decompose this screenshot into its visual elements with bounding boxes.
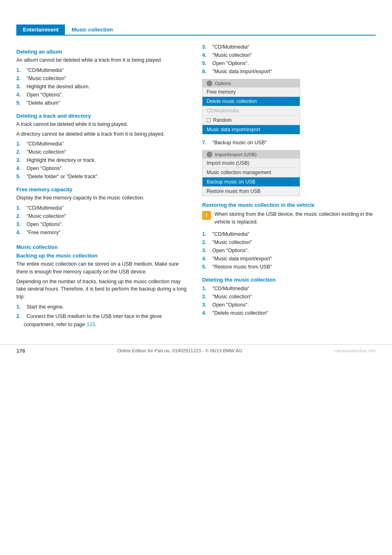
list-item: 2. "Music collection" xyxy=(202,238,376,246)
menu-restore-usb: Restore music from USB xyxy=(203,187,300,196)
import-export-header: Import/export (USB) xyxy=(203,150,300,159)
import-export-menu-screenshot: Import/export (USB) Import music (USB) M… xyxy=(202,150,300,196)
header-bar: Entertainment Music collection xyxy=(16,25,376,36)
deleting-track-intro2: A directory cannot be deleted while a tr… xyxy=(16,130,190,138)
deleting-album-title: Deleting an album xyxy=(16,49,190,55)
menu-collection-mgmt: Music collection management xyxy=(203,168,300,177)
list-item: 1. "CD/Multimedia" xyxy=(16,140,190,148)
list-item: 3. Open "Options". xyxy=(202,301,376,309)
copyright-text: Online Edition for Part no. 01402911223 … xyxy=(117,348,242,353)
list-item: 5. "Delete folder" or "Delete track". xyxy=(16,172,190,181)
list-item: 1. "CD/Multimedia" xyxy=(16,66,190,74)
list-item: 3. "CD/Multimedia" xyxy=(202,43,376,51)
left-column: Deleting an album An album cannot be del… xyxy=(16,36,190,332)
list-item: 2. "Music collection" xyxy=(16,212,190,220)
deleting-track-title: Deleting a track and directory xyxy=(16,113,190,119)
right-column: 3. "CD/Multimedia" 4. "Music collection"… xyxy=(202,36,376,332)
menu-backup-usb: Backup music on USB xyxy=(203,177,300,187)
free-memory-list: 1. "CD/Multimedia" 2. "Music collection"… xyxy=(16,204,190,237)
list-item: 2. Connect the USB medium to the USB int… xyxy=(16,312,190,329)
step7-list: 7. "Backup music on USB" xyxy=(202,139,376,147)
list-item: 4. Open "Options". xyxy=(16,164,190,172)
list-item: 5. "Restore music from USB" xyxy=(202,263,376,271)
backing-up-intro2: Depending on the number of tracks, backi… xyxy=(16,278,190,301)
list-item: 1. "CD/Multimedia" xyxy=(16,204,190,212)
page-link[interactable]: 115 xyxy=(87,322,95,327)
right-top-list: 3. "CD/Multimedia" 4. "Music collection"… xyxy=(202,43,376,76)
free-memory-title: Free memory capacity xyxy=(16,186,190,192)
backing-up-list: 1. Start the engine. 2. Connect the USB … xyxy=(16,303,190,329)
page-number: 176 xyxy=(16,348,25,354)
list-item: 1. "CD/Multimedia" xyxy=(202,284,376,293)
list-item: 5. "Delete album" xyxy=(16,99,190,107)
import-export-label: Import/export (USB) xyxy=(215,152,256,157)
list-item: 1. "CD/Multimedia" xyxy=(202,230,376,238)
restore-list: 1. "CD/Multimedia" 2. "Music collection"… xyxy=(202,230,376,271)
free-memory-intro: Display the free memory capacity in the … xyxy=(16,194,190,202)
gear-icon xyxy=(207,152,212,157)
header-tab-entertainment: Entertainment xyxy=(16,25,65,35)
main-content: Deleting an album An album cannot be del… xyxy=(16,36,376,332)
list-item: 5. Open "Options". xyxy=(202,59,376,67)
checkbox-icon xyxy=(207,118,211,122)
deleting-track-intro1: A track cannot be deleted while it is be… xyxy=(16,121,190,128)
watermark-placeholder: carmanualonline.info xyxy=(334,348,376,353)
menu-music-data-import: Music data import/export xyxy=(203,125,300,134)
menu-cd-multimedia: CD/Multimedia xyxy=(203,106,300,116)
footer: 176 Online Edition for Part no. 01402911… xyxy=(0,344,392,357)
list-item: 4. "Music collection" xyxy=(202,51,376,59)
menu-random: Random xyxy=(203,116,300,125)
list-item: 1. Start the engine. xyxy=(16,303,190,311)
list-item: 4. Open "Options". xyxy=(16,91,190,99)
menu-delete-music: Delete music collection xyxy=(203,97,300,106)
list-item: 4. "Free memory" xyxy=(16,228,190,237)
restore-title: Restoring the music collection in the ve… xyxy=(202,202,376,208)
list-item: 2. "Music collection" xyxy=(16,74,190,83)
options-menu-screenshot: Options Free memory Delete music collect… xyxy=(202,79,300,134)
deleting-track-list: 1. "CD/Multimedia" 2. "Music collection"… xyxy=(16,140,190,181)
music-collection-title: Music collection xyxy=(16,244,190,250)
warning-icon: ! xyxy=(202,211,211,220)
list-item: 7. "Backup music on USB" xyxy=(202,139,376,147)
menu-free-memory: Free memory xyxy=(203,87,300,97)
deleting-album-intro: An album cannot be deleted while a track… xyxy=(16,56,190,64)
warning-text: When storing from the USB device, the mu… xyxy=(214,210,376,226)
delete-music-title: Deleting the music collection xyxy=(202,277,376,283)
list-item: 6. "Music data import/export" xyxy=(202,67,376,76)
list-item: 2. "Music collection" xyxy=(202,293,376,301)
list-item: 4. "Music data import/export" xyxy=(202,255,376,263)
options-menu-header: Options xyxy=(203,79,300,87)
deleting-album-list: 1. "CD/Multimedia" 2. "Music collection"… xyxy=(16,66,190,107)
list-item: 3. Highlight the desired album. xyxy=(16,83,190,91)
backing-up-intro1: The entire music collection can be store… xyxy=(16,260,190,276)
options-label: Options xyxy=(215,81,231,86)
delete-list: 1. "CD/Multimedia" 2. "Music collection"… xyxy=(202,284,376,317)
gear-icon xyxy=(207,81,212,86)
list-item: 3. Open "Options". xyxy=(16,220,190,228)
list-item: 4. "Delete music collection" xyxy=(202,309,376,317)
list-item: 3. Open "Options". xyxy=(202,246,376,255)
menu-import-music: Import music (USB) xyxy=(203,159,300,168)
header-tab-music-collection: Music collection xyxy=(65,25,119,35)
list-item: 3. Highlight the directory or track. xyxy=(16,156,190,164)
list-item: 2. "Music collection" xyxy=(16,148,190,156)
backing-up-title: Backing up the music collection xyxy=(16,253,190,259)
warning-box: ! When storing from the USB device, the … xyxy=(202,210,376,226)
